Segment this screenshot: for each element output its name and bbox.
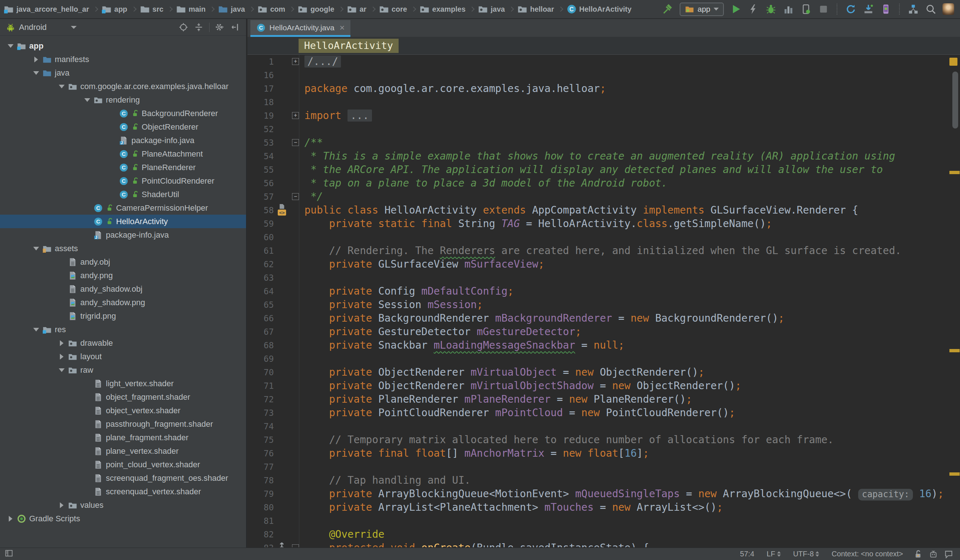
- code-line[interactable]: 1+/.../: [248, 55, 960, 68]
- code-line[interactable]: 57− */: [248, 190, 960, 203]
- breadcrumb-item-helloar[interactable]: helloar: [517, 4, 554, 14]
- tree-open-arrow-icon[interactable]: [31, 247, 41, 250]
- code-line[interactable]: 69: [248, 352, 960, 365]
- code-line[interactable]: 58<>public class HelloArActivity extends…: [248, 203, 960, 217]
- breadcrumb-item-core[interactable]: core: [379, 4, 407, 14]
- code-line[interactable]: 67 private GestureDetector mGestureDetec…: [248, 325, 960, 338]
- tree-open-arrow-icon[interactable]: [57, 368, 66, 372]
- breadcrumb-item-main[interactable]: main: [176, 4, 206, 14]
- tree-item-andy-shadow-png[interactable]: andy_shadow.png: [0, 296, 246, 309]
- code-line[interactable]: 60: [248, 230, 960, 244]
- tree-item-package-info-java[interactable]: Jpackage-info.java: [0, 134, 246, 147]
- breadcrumb-item-ar[interactable]: ar: [347, 4, 366, 14]
- tree-item-values[interactable]: values: [0, 498, 246, 512]
- breadcrumb-item-src[interactable]: src: [140, 4, 163, 14]
- fold-marker[interactable]: −: [288, 136, 299, 149]
- project-structure-button[interactable]: [907, 4, 919, 15]
- inspection-indicator[interactable]: [949, 58, 957, 66]
- debug-bug-button[interactable]: [765, 4, 776, 15]
- code-editor[interactable]: 1+/.../1617package com.google.ar.core.ex…: [248, 55, 960, 547]
- tree-closed-arrow-icon[interactable]: [31, 57, 41, 62]
- code-line[interactable]: 83− protected void onCreate(Bundle saved…: [248, 541, 960, 547]
- tree-item-light-vertex-shader[interactable]: light_vertex.shader: [0, 377, 246, 390]
- tree-item-pointcloudrenderer[interactable]: CPointCloudRenderer: [0, 174, 246, 188]
- code-line[interactable]: 65 private Session mSession;: [248, 298, 960, 311]
- tab-helloaractivity[interactable]: C HelloArActivity.java ×: [250, 20, 350, 37]
- fold-collapse-icon[interactable]: −: [292, 544, 299, 547]
- code-line[interactable]: 68 private Snackbar mLoadingMessageSnack…: [248, 338, 960, 352]
- lock-open-icon[interactable]: [913, 549, 923, 559]
- tree-item-plane-vertex-shader[interactable]: plane_vertex.shader: [0, 444, 246, 458]
- apply-changes-bolt-button[interactable]: [747, 4, 759, 15]
- sdk-manager-download-button[interactable]: [862, 4, 874, 15]
- tree-open-arrow-icon[interactable]: [57, 85, 66, 88]
- gradle-sync-button[interactable]: [845, 4, 856, 15]
- code-line[interactable]: 61 // Rendering. The Renderers are creat…: [248, 244, 960, 258]
- context-widget[interactable]: Context: <no context>: [832, 550, 903, 558]
- code-line[interactable]: 52: [248, 122, 960, 136]
- code-line[interactable]: 56 * tap on a plane to place a 3d model …: [248, 176, 960, 190]
- tree-item-planeattachment[interactable]: CPlaneAttachment: [0, 147, 246, 161]
- fold-marker[interactable]: +: [288, 109, 299, 122]
- tree-open-arrow-icon[interactable]: [6, 44, 15, 48]
- tree-item-manifests[interactable]: manifests: [0, 53, 246, 66]
- fold-marker[interactable]: −: [288, 190, 299, 203]
- breadcrumb-item-examples[interactable]: examples: [419, 4, 466, 14]
- code-line[interactable]: 19+import ...: [248, 109, 960, 122]
- tree-item-java[interactable]: java: [0, 66, 246, 80]
- code-line[interactable]: 53−/**: [248, 136, 960, 149]
- settings-gear-icon[interactable]: [215, 22, 225, 32]
- tree-closed-arrow-icon[interactable]: [57, 354, 66, 360]
- warning-stripe-mark[interactable]: [949, 472, 960, 476]
- run-play-button[interactable]: [730, 4, 741, 15]
- tree-item-res[interactable]: res: [0, 323, 246, 336]
- code-line[interactable]: 80 private ArrayList<PlaneAttachment> mT…: [248, 501, 960, 514]
- tree-item-planerenderer[interactable]: CPlaneRenderer: [0, 161, 246, 174]
- fold-expand-icon[interactable]: +: [292, 58, 299, 65]
- gutter-preview-icon[interactable]: <>: [275, 204, 288, 216]
- tree-item-andy-shadow-obj[interactable]: andy_shadow.obj: [0, 282, 246, 296]
- code-line[interactable]: 71 private ObjectRenderer mVirtualObject…: [248, 379, 960, 392]
- fold-marker[interactable]: +: [288, 55, 299, 68]
- tree-item-drawable[interactable]: drawable: [0, 336, 246, 350]
- project-view-selector[interactable]: Android: [19, 22, 47, 32]
- code-line[interactable]: 74: [248, 419, 960, 433]
- code-line[interactable]: 77: [248, 460, 960, 474]
- caret-position[interactable]: 57:4: [740, 550, 754, 558]
- breadcrumb-item-app[interactable]: app: [101, 4, 127, 14]
- robot-face-icon[interactable]: [929, 549, 938, 559]
- tree-item-app[interactable]: app: [0, 39, 246, 53]
- breadcrumb-item-HelloArActivity[interactable]: CHelloArActivity: [566, 4, 632, 14]
- chevron-down-icon[interactable]: [71, 26, 77, 29]
- tree-item-com-google-ar-core-examples-java-helloar[interactable]: com.google.ar.core.examples.java.helloar: [0, 80, 246, 93]
- tree-item-package-info-java[interactable]: Jpackage-info.java: [0, 228, 246, 242]
- code-line[interactable]: 63: [248, 271, 960, 284]
- code-line[interactable]: 72 private PlaneRenderer mPlaneRenderer …: [248, 392, 960, 406]
- tree-item-plane-fragment-shader[interactable]: plane_fragment.shader: [0, 431, 246, 444]
- breadcrumb-item-com[interactable]: com: [258, 4, 285, 14]
- collapse-all-icon[interactable]: [194, 22, 204, 32]
- tree-item-raw[interactable]: raw: [0, 363, 246, 377]
- code-line[interactable]: 18: [248, 95, 960, 109]
- gutter-override-icon[interactable]: [275, 542, 288, 547]
- tree-closed-arrow-icon[interactable]: [57, 340, 66, 346]
- tree-item-camerapermissionhelper[interactable]: CCameraPermissionHelper: [0, 201, 246, 214]
- tree-item-point-cloud-vertex-shader[interactable]: point_cloud_vertex.shader: [0, 458, 246, 471]
- breadcrumb-item-google[interactable]: google: [298, 4, 334, 14]
- code-line[interactable]: 79 private ArrayBlockingQueue<MotionEven…: [248, 487, 960, 501]
- profiler-chart-button[interactable]: [782, 4, 794, 15]
- tree-item-trigrid-png[interactable]: trigrid.png: [0, 309, 246, 323]
- code-line[interactable]: 54 * This is a simple example that shows…: [248, 149, 960, 163]
- stop-square-button[interactable]: [818, 4, 829, 15]
- fold-marker[interactable]: −: [288, 541, 299, 547]
- breadcrumb-item-java[interactable]: java: [478, 4, 505, 14]
- line-separator-widget[interactable]: LF: [766, 550, 781, 558]
- fold-expand-icon[interactable]: +: [292, 112, 299, 119]
- toolwindow-toggle-button[interactable]: [0, 549, 13, 560]
- fold-collapse-icon[interactable]: −: [292, 193, 299, 200]
- close-icon[interactable]: ×: [339, 23, 345, 32]
- tree-item-andy-obj[interactable]: andy.obj: [0, 255, 246, 269]
- locate-icon[interactable]: [179, 22, 188, 32]
- breadcrumb-item-java_arcore_hello_ar[interactable]: java_arcore_hello_ar: [4, 4, 89, 14]
- code-line[interactable]: 73 private PointCloudRenderer mPointClou…: [248, 406, 960, 419]
